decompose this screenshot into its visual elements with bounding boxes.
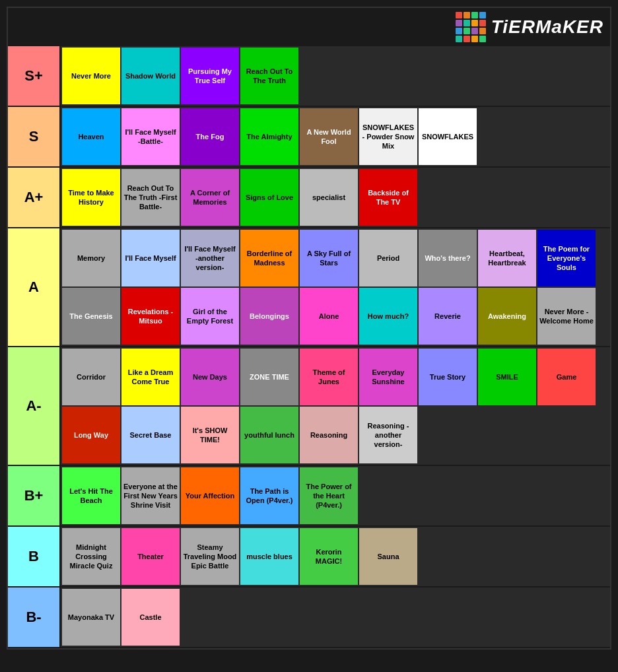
tier-cell[interactable]: Signs of Love <box>240 169 298 226</box>
tier-row-bplus: B+Let's Hit The BeachEveryone at the Fir… <box>8 466 610 527</box>
tier-cells-aminus: CorridorLike a Dream Come TrueNew DaysZO… <box>61 347 610 465</box>
tier-cell[interactable]: It's SHOW TIME! <box>181 407 239 463</box>
tier-cell[interactable]: Corridor <box>62 349 120 405</box>
tier-cells-a: MemoryI'll Face MyselfI'll Face Myself -… <box>61 228 610 346</box>
logo-grid <box>456 12 486 42</box>
tier-label-bplus: B+ <box>8 466 61 525</box>
tier-cell[interactable]: Like a Dream Come True <box>121 349 180 405</box>
tier-cell[interactable]: I'll Face Myself -Battle- <box>121 108 180 165</box>
tier-cell[interactable]: Let's Hit The Beach <box>62 467 120 524</box>
tier-cell[interactable]: I'll Face Myself -another version- <box>181 230 239 286</box>
tier-cells-bplus: Let's Hit The BeachEveryone at the First… <box>61 466 610 525</box>
tier-cell[interactable]: Everyone at the First New Years Shrine V… <box>121 467 180 524</box>
tier-cell[interactable]: Alone <box>300 288 358 345</box>
tier-cell[interactable]: Midnight Crossing Miracle Quiz <box>62 528 120 585</box>
tier-cells-aplus: Time to Make HistoryReach Out To The Tru… <box>61 168 610 227</box>
tier-cell[interactable]: Everyday Sunshine <box>359 349 417 405</box>
tier-cell[interactable]: youthful lunch <box>240 407 298 463</box>
tier-row-b: BMidnight Crossing Miracle QuizTheaterSt… <box>8 527 610 588</box>
tier-cell[interactable]: The Path is Open (P4ver.) <box>240 467 298 524</box>
tier-cells-bminus: Mayonaka TVCastle <box>61 588 610 647</box>
tier-cell[interactable]: The Genesis <box>62 288 120 345</box>
tier-cell[interactable]: Revelations - Mitsuo <box>121 288 180 345</box>
tier-list: TiERMaKER S+Never MoreShadow WorldPursui… <box>7 7 611 650</box>
logo-text: TiERMaKER <box>491 17 603 38</box>
tier-cell[interactable]: Reach Out To The Truth -First Battle- <box>121 169 180 226</box>
tier-cell[interactable]: Belongings <box>240 288 298 345</box>
tier-label-s: S <box>8 107 61 166</box>
tier-cell[interactable]: I'll Face Myself <box>121 230 180 286</box>
tier-label-aminus: A- <box>8 347 61 465</box>
tier-cell[interactable]: Castle <box>121 589 180 646</box>
tier-cell[interactable]: Time to Make History <box>62 169 120 226</box>
tier-cell[interactable]: Reasoning <box>300 407 358 463</box>
tier-cell[interactable]: muscle blues <box>240 528 298 585</box>
tier-cell[interactable]: Sauna <box>359 528 417 585</box>
tier-row-a: AMemoryI'll Face MyselfI'll Face Myself … <box>8 228 610 347</box>
tier-cell[interactable]: Who's there? <box>419 230 477 286</box>
tier-cell[interactable]: Reasoning -another version- <box>359 407 417 463</box>
tier-cell[interactable]: Girl of the Empty Forest <box>181 288 239 345</box>
tier-cell[interactable]: Awakening <box>478 288 536 345</box>
tier-row-splus: S+Never MoreShadow WorldPursuing My True… <box>8 46 610 107</box>
tier-cells-s: HeavenI'll Face Myself -Battle-The FogTh… <box>61 107 610 166</box>
tier-label-bminus: B- <box>8 588 61 647</box>
tier-cell[interactable]: Game <box>537 349 596 405</box>
tier-cell[interactable]: A New World Fool <box>300 108 358 165</box>
tier-cell[interactable]: Theme of Junes <box>300 349 358 405</box>
tier-cell[interactable]: Mayonaka TV <box>62 589 120 646</box>
tier-cell[interactable]: Borderline of Madness <box>240 230 298 286</box>
tier-cell[interactable]: specialist <box>300 169 358 226</box>
tier-cell[interactable]: The Almighty <box>240 108 298 165</box>
tier-cell[interactable]: A Sky Full of Stars <box>300 230 358 286</box>
tier-cells-splus: Never MoreShadow WorldPursuing My True S… <box>61 46 610 106</box>
tier-label-aplus: A+ <box>8 168 61 227</box>
tier-cell[interactable]: Steamy Traveling Mood Epic Battle <box>181 528 239 585</box>
tier-row-s: SHeavenI'll Face Myself -Battle-The FogT… <box>8 107 610 168</box>
tier-row-aminus: A-CorridorLike a Dream Come TrueNew Days… <box>8 347 610 466</box>
tiers-container: S+Never MoreShadow WorldPursuing My True… <box>8 46 610 648</box>
tier-cell[interactable]: Reverie <box>419 288 477 345</box>
tier-cell[interactable]: Shadow World <box>121 48 180 104</box>
tier-cell[interactable]: Backside of The TV <box>359 169 417 226</box>
tier-cell[interactable]: Reach Out To The Truth <box>240 48 298 104</box>
tier-cell[interactable]: Never More - Welcome Home <box>537 288 596 345</box>
tier-cell[interactable]: Period <box>359 230 417 286</box>
tier-cell[interactable]: Long Way <box>62 407 120 463</box>
tier-cell[interactable]: Heaven <box>62 108 120 165</box>
header: TiERMaKER <box>8 8 610 46</box>
tier-cell[interactable]: Your Affection <box>181 467 239 524</box>
tier-cell[interactable]: The Poem for Everyone's Souls <box>537 230 596 286</box>
tier-cell[interactable]: How much? <box>359 288 417 345</box>
tier-cell[interactable]: A Corner of Memories <box>181 169 239 226</box>
tier-cell[interactable]: Secret Base <box>121 407 180 463</box>
tier-cell[interactable]: Heartbeat, Heartbreak <box>478 230 536 286</box>
tier-cell[interactable]: Memory <box>62 230 120 286</box>
tier-cell[interactable]: Pursuing My True Self <box>181 48 239 104</box>
tier-cell[interactable]: New Days <box>181 349 239 405</box>
tier-cell[interactable]: The Fog <box>181 108 239 165</box>
tier-row-aplus: A+Time to Make HistoryReach Out To The T… <box>8 168 610 228</box>
tier-cell[interactable]: ZONE TIME <box>240 349 298 405</box>
tier-cell[interactable]: Never More <box>62 48 120 104</box>
tier-cell[interactable]: The Power of the Heart (P4ver.) <box>300 467 358 524</box>
tier-cell[interactable]: Kerorin MAGIC! <box>300 528 358 585</box>
tier-cell[interactable]: True Story <box>419 349 477 405</box>
tier-label-b: B <box>8 527 61 586</box>
tier-cell[interactable]: SMILE <box>478 349 536 405</box>
tier-cell[interactable]: SNOWFLAKES <box>419 108 477 165</box>
tier-cell[interactable]: SNOWFLAKES - Powder Snow Mix <box>359 108 417 165</box>
tier-label-a: A <box>8 228 61 346</box>
tier-row-bminus: B-Mayonaka TVCastle <box>8 588 610 648</box>
tiermaker-logo: TiERMaKER <box>456 12 603 42</box>
tier-label-splus: S+ <box>8 46 61 106</box>
tier-cell[interactable]: Theater <box>121 528 180 585</box>
tier-cells-b: Midnight Crossing Miracle QuizTheaterSte… <box>61 527 610 586</box>
